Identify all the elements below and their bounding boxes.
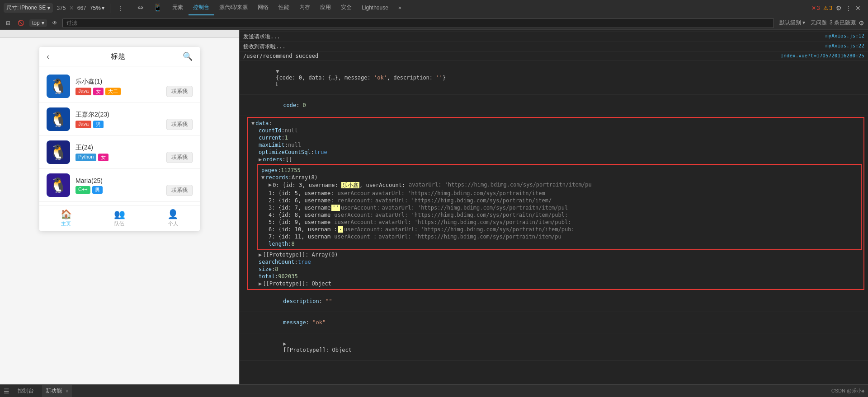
tab-memory[interactable]: 内存 xyxy=(295,1,315,15)
console-link[interactable]: myAxios.js:22 xyxy=(826,43,864,49)
level-selector[interactable]: 默认级别 ▾ xyxy=(777,18,808,28)
code-row: current: 1 xyxy=(250,134,862,141)
nav-item-profile[interactable]: 👤 个人 xyxy=(146,209,200,227)
tab-responsive[interactable]: ⇔ xyxy=(133,1,148,15)
user-name: 王(24) xyxy=(75,144,193,152)
prop-value: Array(8) xyxy=(292,174,318,181)
device-label: 尺寸: iPhone SE xyxy=(6,4,46,12)
tag-cpp: C++ xyxy=(75,186,90,194)
expand-arrow[interactable]: ▶ xyxy=(259,252,262,258)
main-area: ‹ 标题 🔍 🐧 乐小鑫(1) xyxy=(0,30,868,384)
prop-value: 8 xyxy=(292,241,295,247)
expand-arrow[interactable]: ▶ xyxy=(283,341,286,347)
bottom-status-bar: ☰ 控制台 新功能 × CSDN @乐小♠ xyxy=(0,384,868,397)
menu-icon[interactable]: ☰ xyxy=(4,388,9,395)
console-line: 接收到请求啦... myAxios.js:22 xyxy=(240,42,868,52)
expand-arrow[interactable]: ▼ xyxy=(276,68,279,75)
chevron-down-icon: ▾ xyxy=(102,5,104,11)
nav-item-home[interactable]: 🏠 主页 xyxy=(39,209,93,227)
chevron-down-icon: ▾ xyxy=(42,20,44,26)
device-selector[interactable]: 尺寸: iPhone SE ▾ xyxy=(4,3,53,13)
code-row: 2: {id: 6, username: rerAccount: avatarU… xyxy=(259,197,859,204)
prop-name: total xyxy=(259,273,275,280)
record-4: 4: {id: 8, username xyxy=(269,212,330,218)
contact-button[interactable]: 联系我 xyxy=(166,185,193,196)
tag-male: 男 xyxy=(92,186,103,194)
record-5: 5: {id: 9, username xyxy=(269,219,330,225)
code-row: ▶ orders: [] xyxy=(250,156,862,163)
console-text: 发送请求啦... xyxy=(243,33,826,41)
console-text: ▶ [[Prototype]]: Object xyxy=(250,334,864,360)
tag-java: Java xyxy=(75,88,91,95)
status-tab-console[interactable]: 控制台 xyxy=(13,385,38,397)
zoom-selector[interactable]: 75% ▾ xyxy=(90,5,104,11)
code-row: ▶ [[Prototype]]: Object xyxy=(250,280,862,287)
devtools-console: 发送请求啦... myAxios.js:12 接收到请求啦... myAxios… xyxy=(240,30,868,384)
expand-arrow[interactable]: ▼ xyxy=(251,120,255,126)
close-tab-icon[interactable]: × xyxy=(66,388,68,394)
filter-input[interactable] xyxy=(62,18,774,28)
nav-label-home: 主页 xyxy=(61,220,71,227)
home-icon: 🏠 xyxy=(61,209,72,220)
tab-device[interactable]: 📱 xyxy=(149,1,167,15)
contact-button[interactable]: 联系我 xyxy=(166,152,193,163)
back-button[interactable]: ‹ xyxy=(47,52,49,61)
prop-value: "" xyxy=(326,298,332,304)
console-text: message: "ok" xyxy=(250,313,864,332)
console-text: /user/recommend succeed xyxy=(243,53,781,59)
prop-value: 112755 xyxy=(281,167,300,173)
top-label: top xyxy=(32,20,40,26)
mobile-frame: ‹ 标题 🔍 🐧 乐小鑫(1) xyxy=(39,47,200,231)
tab-console[interactable]: 控制台 xyxy=(189,1,214,15)
clear-console-btn[interactable]: 🚫 xyxy=(15,19,27,27)
hidden-count: 3 条已隐藏 xyxy=(830,19,856,27)
console-link[interactable]: myAxios.js:12 xyxy=(826,33,864,39)
prop-name: message xyxy=(283,319,306,326)
prototype-text: [[Prototype]]: Array(0) xyxy=(263,252,338,258)
more-icon[interactable]: ⋮ xyxy=(845,5,852,12)
console-output: 发送请求啦... myAxios.js:12 接收到请求啦... myAxios… xyxy=(240,30,868,384)
user-name: Maria(25) xyxy=(75,177,193,184)
user-name: 王嘉尔2(23) xyxy=(75,111,193,119)
tab-network[interactable]: 网络 xyxy=(253,1,273,15)
close-devtools-icon[interactable]: ✕ xyxy=(855,5,861,12)
prop-value: [] xyxy=(286,156,292,163)
tab-security[interactable]: 安全 xyxy=(336,1,356,15)
more-options-icon[interactable]: ⋮ xyxy=(116,4,126,13)
mobile-container: ‹ 标题 🔍 🐧 乐小鑫(1) xyxy=(0,38,239,384)
tab-lighthouse[interactable]: Lighthouse xyxy=(357,1,393,15)
avatar: 🐧 xyxy=(47,173,70,197)
console-line: ▼ {code: 0, data: {…}, message: 'ok', de… xyxy=(240,61,868,95)
console-line: 发送请求啦... myAxios.js:12 xyxy=(240,32,868,42)
tab-application[interactable]: 应用 xyxy=(316,1,335,15)
new-feature-tab[interactable]: 新功能 × xyxy=(42,385,72,397)
contact-button[interactable]: 联系我 xyxy=(166,119,193,130)
expand-arrow[interactable]: ▶ xyxy=(259,280,262,287)
tab-sources[interactable]: 源代码/来源 xyxy=(215,1,252,15)
expand-arrow[interactable]: ▼ xyxy=(261,174,264,181)
sidebar-toggle-btn[interactable]: ⊟ xyxy=(4,19,13,27)
device-height: 667 xyxy=(77,5,86,11)
context-selector[interactable]: top ▾ xyxy=(29,19,47,27)
tab-performance[interactable]: 性能 xyxy=(274,1,294,15)
mobile-bottom-nav: 🏠 主页 👥 队伍 👤 个人 xyxy=(39,206,200,231)
settings-icon[interactable]: ⚙ xyxy=(859,19,864,27)
search-button[interactable]: 🔍 xyxy=(183,51,193,61)
prop-value: 1 xyxy=(285,135,288,141)
nav-tabs: ⇔ 📱 元素 控制台 源代码/来源 网络 性能 内存 应用 安全 Lightho… xyxy=(129,0,864,16)
console-line: description: "" xyxy=(240,291,868,312)
error-badge: ✕ 3 xyxy=(811,5,820,11)
eye-icon[interactable]: 👁 xyxy=(50,19,60,27)
status-right-text: CSDN @乐小♠ xyxy=(831,388,864,394)
nav-item-team[interactable]: 👥 队伍 xyxy=(93,209,146,227)
settings-icon[interactable]: ⚙ xyxy=(836,5,842,12)
contact-button[interactable]: 联系我 xyxy=(166,86,193,97)
user-item: 🐧 王(24) Python 女 联系我 xyxy=(39,136,200,169)
tab-more[interactable]: » xyxy=(394,1,406,15)
prop-value: null xyxy=(285,127,298,134)
new-feature-label: 新功能 xyxy=(46,387,62,395)
expand-arrow[interactable]: ▶ xyxy=(259,156,262,163)
expand-arrow[interactable]: ▶ xyxy=(269,182,272,188)
console-link[interactable]: Index.vue?t=1705720116280:25 xyxy=(781,53,864,59)
tab-elements[interactable]: 元素 xyxy=(168,1,188,15)
